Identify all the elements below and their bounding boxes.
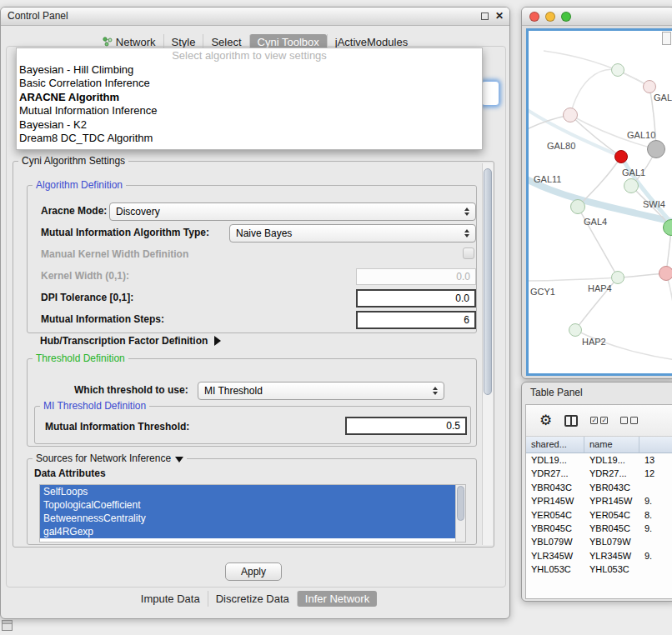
- attribute-item-selfloops[interactable]: SelfLoops: [40, 485, 455, 498]
- network-node[interactable]: [624, 178, 639, 193]
- table-cell: 9.: [639, 522, 672, 535]
- select-all-columns-icon[interactable]: ✓ ✓: [590, 417, 608, 424]
- table-row[interactable]: YBR045CYBR045C9.: [526, 522, 672, 535]
- mi-threshold-field[interactable]: [345, 417, 467, 435]
- algorithm-option-basic-correlation-inference[interactable]: Basic Correlation Inference: [17, 77, 482, 90]
- tab-label: Network: [116, 36, 156, 48]
- attributes-list[interactable]: SelfLoopsTopologicalCoefficientBetweenne…: [39, 484, 466, 542]
- network-node[interactable]: [643, 80, 656, 93]
- network-node[interactable]: [570, 199, 585, 214]
- close-window-icon[interactable]: ✕: [495, 11, 504, 21]
- which-threshold-select[interactable]: MI Threshold: [198, 382, 444, 400]
- table-cell: 9.: [639, 494, 672, 508]
- algorithm-option-aracne-algorithm[interactable]: ARACNE Algorithm: [17, 91, 482, 104]
- table-row[interactable]: YER054CYER054C8.: [526, 508, 672, 522]
- table-row[interactable]: YBL079WYBL079W: [526, 535, 672, 548]
- tab-discretize-data[interactable]: Discretize Data: [208, 591, 297, 607]
- which-threshold-label: Which threshold to use:: [74, 384, 188, 396]
- combo-stepper-icon: [461, 229, 473, 238]
- columns-icon[interactable]: [564, 415, 578, 427]
- settings-scrollbar-thumb[interactable]: [484, 168, 492, 395]
- network-node[interactable]: [611, 271, 624, 284]
- checked-box-icon: ✓: [590, 417, 598, 424]
- attributes-scrollbar[interactable]: [455, 485, 465, 542]
- table-panel-title: Table Panel: [522, 382, 672, 403]
- table-row[interactable]: YHL053CYHL053C: [526, 562, 672, 576]
- settings-scrollbar[interactable]: [482, 163, 493, 545]
- network-tab-icon: [103, 37, 113, 47]
- table-row[interactable]: YLR345WYLR345W9.: [526, 549, 672, 562]
- tab-impute-data[interactable]: Impute Data: [133, 591, 208, 607]
- apply-button[interactable]: Apply: [225, 562, 282, 581]
- deselect-all-columns-icon[interactable]: [620, 417, 638, 424]
- table-cell: 12: [639, 467, 672, 480]
- node-label-hap2: HAP2: [582, 337, 606, 347]
- column-header-shared[interactable]: shared...: [526, 437, 584, 452]
- algorithm-option-mutual-information-inference[interactable]: Mutual Information Inference: [17, 104, 482, 118]
- attribute-item-betweennesscentrality[interactable]: BetweennessCentrality: [40, 512, 455, 525]
- network-node[interactable]: [647, 140, 665, 158]
- combo-stepper-icon: [429, 387, 441, 395]
- mi-threshold-label: Mutual Information Threshold:: [45, 421, 189, 432]
- attributes-items: SelfLoopsTopologicalCoefficientBetweenne…: [40, 485, 465, 538]
- table-header-row: shared...name: [526, 437, 672, 453]
- table-cell: YBR045C: [526, 522, 584, 535]
- minimized-panel-icon[interactable]: [2, 620, 13, 631]
- network-canvas[interactable]: GALGAL80GAL10GAL11GAL1SWI4GAL4GCY1HAP4HA…: [526, 28, 672, 376]
- column-header-name[interactable]: name: [584, 437, 639, 452]
- tab-infer-network[interactable]: Infer Network: [297, 591, 377, 607]
- table-body: YDL19...YDL19...13YDR27...YDR27...12YBR0…: [526, 453, 672, 577]
- kernel-width-field: [356, 268, 476, 285]
- network-node[interactable]: [611, 63, 624, 77]
- zoom-traffic-button[interactable]: [561, 12, 571, 22]
- algorithm-placeholder: Select algorithm to view settings: [17, 48, 482, 63]
- column-header-2[interactable]: [639, 437, 672, 452]
- hub-definition-toggle[interactable]: Hub/Transcription Factor Definition: [40, 335, 221, 347]
- attributes-scrollbar-thumb[interactable]: [457, 486, 464, 521]
- minimize-traffic-button[interactable]: [545, 12, 555, 22]
- sources-group-title[interactable]: Sources for Network Inference: [33, 452, 187, 464]
- table-row[interactable]: YPR145WYPR145W9.: [526, 494, 672, 508]
- network-node[interactable]: [659, 266, 672, 281]
- table-cell: YDR27...: [526, 467, 584, 480]
- canvas-scrollbar-fragment[interactable]: [662, 32, 671, 45]
- table-cell: YDL19...: [584, 453, 639, 467]
- table-toolbar: ⚙ ✓ ✓: [526, 405, 672, 437]
- close-traffic-button[interactable]: [529, 12, 539, 22]
- algorithm-definition-title: Algorithm Definition: [33, 179, 126, 191]
- attribute-item-gal4rgexp[interactable]: gal4RGexp: [40, 525, 455, 538]
- algorithm-option-bayesian-hill-climbing[interactable]: Bayesian - Hill Climbing: [17, 63, 482, 77]
- node-label-gal1: GAL1: [622, 168, 645, 178]
- mi-type-select[interactable]: Naive Bayes: [229, 224, 476, 242]
- focused-control-fragment[interactable]: [481, 81, 499, 106]
- table-cell: YDR27...: [584, 467, 639, 480]
- mi-threshold-group-title: MI Threshold Definition: [40, 400, 149, 412]
- table-row[interactable]: YBR043CYBR043C: [526, 481, 672, 494]
- settings-gear-icon[interactable]: ⚙: [539, 413, 552, 428]
- mi-steps-field[interactable]: [356, 311, 476, 329]
- network-node[interactable]: [614, 150, 628, 163]
- dpi-tolerance-field[interactable]: [356, 289, 476, 308]
- algorithm-definition-group: Algorithm Definition Aracne Mode: Discov…: [27, 185, 477, 333]
- cyni-settings-title: Cyni Algorithm Settings: [18, 155, 128, 167]
- traffic-light-buttons: [529, 12, 571, 22]
- node-label-gal10: GAL10: [627, 130, 655, 140]
- aracne-mode-select[interactable]: Discovery: [109, 202, 476, 221]
- kernel-width-label: Kernel Width (0,1):: [41, 270, 129, 282]
- table-cell: YDL19...: [526, 453, 584, 467]
- table-row[interactable]: YDR27...YDR27...12: [526, 467, 672, 480]
- algorithm-option-dream8-dc-tdc-algorithm[interactable]: Dream8 DC_TDC Algorithm: [17, 132, 482, 145]
- network-node[interactable]: [563, 108, 578, 122]
- network-node[interactable]: [569, 323, 582, 337]
- algorithm-option-bayesian-k2[interactable]: Bayesian - K2: [17, 118, 482, 132]
- control-panel-titlebar[interactable]: Control Panel ✕: [1, 8, 509, 26]
- float-window-icon[interactable]: [481, 12, 489, 20]
- table-row[interactable]: YDL19...YDL19...13: [526, 453, 672, 467]
- attribute-item-topologicalcoefficient[interactable]: TopologicalCoefficient: [40, 498, 455, 512]
- unchecked-box-icon: [620, 417, 628, 424]
- table-cell: YLR345W: [584, 549, 639, 562]
- network-window-titlebar[interactable]: [522, 8, 672, 26]
- aracne-mode-label: Aracne Mode:: [41, 205, 107, 217]
- table-panel-window: Table Panel ⚙ ✓ ✓ shared...name YDL19...…: [521, 382, 672, 602]
- which-threshold-value: MI Threshold: [204, 385, 429, 397]
